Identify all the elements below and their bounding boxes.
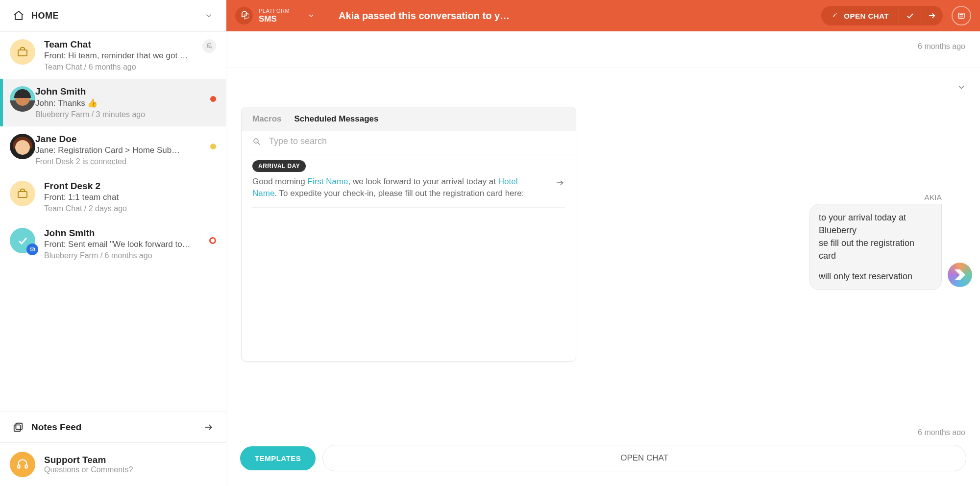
briefcase-avatar	[10, 181, 35, 206]
message-bubble: to your arrival today at Blueberry se fi…	[809, 204, 942, 290]
tab-macros[interactable]: Macros	[252, 114, 282, 124]
conversation-header-title: Akia passed this conversation to y…	[339, 10, 812, 22]
chevron-down-icon[interactable]	[204, 11, 213, 20]
conversation-preview: Front: Hi team, reminder that we got …	[44, 51, 197, 61]
open-chat-label: OPEN CHAT	[844, 12, 889, 20]
topbar: PLATFORM SMS Akia passed this conversati…	[226, 0, 980, 31]
arrow-right-icon	[203, 422, 213, 432]
search-icon	[252, 137, 261, 146]
status-dot-unread	[210, 96, 216, 102]
person-avatar	[10, 134, 35, 159]
divider	[226, 68, 980, 68]
svg-line-14	[258, 143, 260, 145]
svg-rect-5	[14, 425, 21, 431]
svg-rect-4	[16, 423, 22, 430]
check-avatar	[10, 228, 35, 253]
support-sub: Questions or Comments?	[44, 465, 133, 474]
conversation-preview: Jane: Registration Card > Home Sub…	[35, 146, 205, 155]
sender-label: AKIA	[925, 193, 942, 201]
templates-popover: Macros Scheduled Messages ARRIVAL DAY Go…	[241, 107, 576, 362]
home-icon	[13, 10, 24, 22]
message-line: will only text reservation	[819, 270, 932, 283]
support-title: Support Team	[44, 455, 133, 465]
conversation-preview: John: Thanks 👍	[35, 98, 205, 108]
status-ring	[209, 237, 216, 244]
notes-icon	[13, 422, 24, 433]
home-header[interactable]: HOME	[0, 0, 226, 32]
conversation-item[interactable]: Jane Doe Jane: Registration Card > Home …	[0, 126, 226, 173]
svg-rect-7	[18, 465, 20, 468]
template-tag: ARRIVAL DAY	[252, 160, 306, 172]
template-preview: Good morning First Name, we look forward…	[252, 176, 565, 199]
svg-rect-8	[25, 465, 27, 468]
conversation-meta: Team Chat / 6 months ago	[44, 63, 197, 72]
feather-icon	[831, 12, 839, 20]
chat-bubble-icon	[235, 7, 253, 24]
topbar-actions: OPEN CHAT	[821, 6, 971, 25]
chevron-down-icon[interactable]	[956, 82, 966, 92]
popover-tabs: Macros Scheduled Messages	[242, 107, 576, 131]
svg-rect-0	[18, 50, 27, 56]
conversation-title: Team Chat	[44, 39, 197, 50]
headset-icon	[10, 452, 35, 477]
platform-value: SMS	[259, 14, 290, 24]
template-search-row	[242, 131, 576, 154]
conversation-item[interactable]: Front Desk 2 Front: 1:1 team chat Team C…	[0, 173, 226, 220]
mail-icon	[26, 243, 38, 255]
open-chat-group: OPEN CHAT	[821, 6, 943, 25]
open-chat-composer-button[interactable]: OPEN CHAT	[322, 445, 966, 471]
svg-rect-2	[18, 192, 27, 197]
conversation-title: John Smith	[35, 86, 205, 97]
briefcase-avatar	[10, 39, 35, 65]
platform-label: PLATFORM	[259, 8, 290, 14]
mute-icon	[202, 39, 216, 53]
conversation-title: Front Desk 2	[44, 181, 216, 192]
template-item[interactable]: ARRIVAL DAY Good morning First Name, we …	[252, 160, 565, 208]
message-line: se fill out the registration card	[819, 237, 932, 262]
support-team[interactable]: Support Team Questions or Comments?	[0, 443, 226, 486]
conversation-list: Team Chat Front: Hi team, reminder that …	[0, 32, 226, 412]
tab-scheduled-messages[interactable]: Scheduled Messages	[294, 114, 379, 124]
variable-first-name: First Name	[307, 177, 348, 186]
message-timestamp: 6 months ago	[918, 42, 965, 51]
svg-point-13	[254, 139, 258, 143]
open-chat-button[interactable]: OPEN CHAT	[821, 7, 899, 25]
sidebar: HOME Team Chat Front: Hi team, reminder …	[0, 0, 226, 486]
main-panel: PLATFORM SMS Akia passed this conversati…	[226, 0, 980, 486]
forward-button[interactable]	[921, 6, 943, 25]
chevron-down-icon	[307, 12, 315, 20]
person-avatar	[10, 86, 35, 112]
conversation-item[interactable]: John Smith Front: Sent email "We look fo…	[0, 220, 226, 267]
template-list: ARRIVAL DAY Good morning First Name, we …	[242, 154, 576, 220]
conversation-meta: Blueberry Farm / 6 months ago	[44, 251, 204, 260]
conversation-item[interactable]: John Smith John: Thanks 👍 Blueberry Farm…	[0, 79, 226, 126]
status-dot-waiting	[210, 144, 216, 149]
conversation-meta: Team Chat / 2 days ago	[44, 204, 216, 213]
notes-feed[interactable]: Notes Feed	[0, 412, 226, 443]
conversation-meta: Front Desk 2 is connected	[35, 157, 205, 166]
message-line: to your arrival today at Blueberry	[819, 211, 932, 237]
conversation-preview: Front: 1:1 team chat	[44, 193, 216, 202]
composer-bar: TEMPLATES OPEN CHAT	[226, 435, 980, 486]
conversation-title: John Smith	[44, 228, 204, 239]
chat-body: 6 months ago AKIA to your arrival today …	[226, 31, 980, 486]
conversation-meta: Blueberry Farm / 3 minutes ago	[35, 110, 205, 119]
details-button[interactable]	[952, 6, 971, 25]
home-label: HOME	[31, 11, 204, 21]
conversation-item[interactable]: Team Chat Front: Hi team, reminder that …	[0, 32, 226, 79]
check-button[interactable]	[899, 6, 921, 25]
platform-selector[interactable]: PLATFORM SMS	[235, 7, 315, 24]
templates-button[interactable]: TEMPLATES	[240, 446, 316, 470]
conversation-preview: Front: Sent email "We look forward to…	[44, 240, 204, 249]
insert-template-icon[interactable]	[555, 178, 565, 188]
notes-feed-label: Notes Feed	[31, 422, 203, 433]
template-search-input[interactable]	[268, 136, 565, 147]
akia-avatar	[948, 263, 972, 287]
conversation-title: Jane Doe	[35, 134, 205, 145]
